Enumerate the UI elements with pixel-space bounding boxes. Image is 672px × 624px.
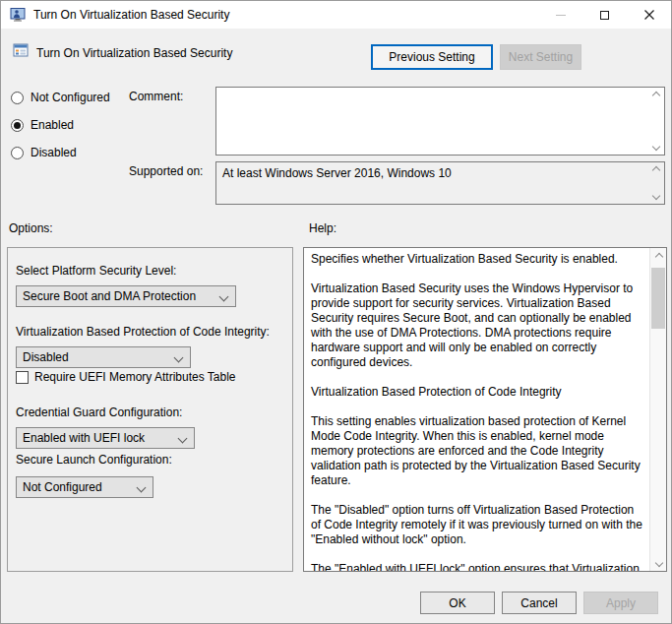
options-label: Options: xyxy=(9,221,53,235)
policy-setting-icon xyxy=(13,42,29,58)
previous-setting-button[interactable]: Previous Setting xyxy=(371,44,493,70)
scroll-down-icon[interactable] xyxy=(652,192,660,200)
platform-security-level-label: Select Platform Security Level: xyxy=(16,264,176,278)
close-button[interactable] xyxy=(627,1,671,29)
help-box: Specifies whether Virtualization Based S… xyxy=(303,247,667,572)
group-policy-setting-dialog: Turn On Virtualization Based Security Tu… xyxy=(0,0,672,624)
maximize-button[interactable] xyxy=(582,1,627,29)
ok-button[interactable]: OK xyxy=(420,592,495,614)
titlebar: Turn On Virtualization Based Security xyxy=(1,1,671,29)
cancel-button[interactable]: Cancel xyxy=(502,592,577,614)
credential-guard-label: Credential Guard Configuration: xyxy=(16,406,182,419)
platform-security-level-dropdown[interactable]: Secure Boot and DMA Protection xyxy=(16,285,236,307)
scroll-down-button[interactable] xyxy=(650,554,667,571)
code-integrity-protection-dropdown[interactable]: Disabled xyxy=(16,346,191,368)
app-icon xyxy=(10,7,26,23)
dropdown-value: Not Configured xyxy=(23,480,102,494)
uefi-memory-attributes-checkbox-row[interactable]: Require UEFI Memory Attributes Table xyxy=(16,370,236,384)
chevron-down-icon xyxy=(137,483,147,493)
scroll-up-icon[interactable] xyxy=(652,92,660,99)
credential-guard-dropdown[interactable]: Enabled with UEFI lock xyxy=(16,427,195,449)
dropdown-value: Secure Boot and DMA Protection xyxy=(23,289,196,303)
scroll-up-icon xyxy=(654,252,662,260)
supported-on-label: Supported on: xyxy=(129,164,203,178)
secure-launch-label: Secure Launch Configuration: xyxy=(16,453,172,467)
scroll-down-icon xyxy=(654,558,662,566)
supported-on-value: At least Windows Server 2016, Windows 10 xyxy=(216,162,664,181)
close-icon xyxy=(644,10,654,20)
radio-circle-selected[interactable] xyxy=(11,119,24,132)
setting-title: Turn On Virtualization Based Security xyxy=(36,46,232,60)
radio-circle[interactable] xyxy=(11,147,24,159)
chevron-down-icon xyxy=(178,434,188,444)
help-text: Specifies whether Virtualization Based S… xyxy=(304,248,649,571)
apply-button[interactable]: Apply xyxy=(583,592,658,614)
supported-on-box: At least Windows Server 2016, Windows 10 xyxy=(215,161,665,205)
radio-disabled[interactable]: Disabled xyxy=(11,145,77,160)
help-scrollbar[interactable] xyxy=(649,248,666,571)
comment-textarea[interactable] xyxy=(215,87,665,156)
maximize-icon xyxy=(600,11,609,20)
help-label: Help: xyxy=(309,221,336,235)
comment-label: Comment: xyxy=(129,90,183,103)
checkbox[interactable] xyxy=(16,371,29,384)
chevron-down-icon xyxy=(219,292,229,302)
minimize-icon xyxy=(556,15,566,16)
chevron-down-icon xyxy=(174,353,184,363)
radio-circle[interactable] xyxy=(11,92,24,104)
radio-label: Enabled xyxy=(31,118,74,132)
scrollbar-thumb[interactable] xyxy=(651,268,665,329)
checkbox-label: Require UEFI Memory Attributes Table xyxy=(34,370,236,384)
radio-enabled[interactable]: Enabled xyxy=(11,117,74,133)
window-title: Turn On Virtualization Based Security xyxy=(33,1,229,29)
radio-not-configured[interactable]: Not Configured xyxy=(11,90,110,105)
scroll-up-button[interactable] xyxy=(650,248,667,265)
minimize-button[interactable] xyxy=(538,1,582,29)
options-group-box: Select Platform Security Level: Secure B… xyxy=(7,247,293,572)
radio-label: Disabled xyxy=(31,146,77,159)
code-integrity-protection-label: Virtualization Based Protection of Code … xyxy=(16,325,270,339)
next-setting-button[interactable]: Next Setting xyxy=(500,44,581,70)
dropdown-value: Disabled xyxy=(23,350,69,364)
secure-launch-dropdown[interactable]: Not Configured xyxy=(16,476,153,498)
radio-label: Not Configured xyxy=(31,91,110,104)
scroll-down-icon[interactable] xyxy=(652,143,660,151)
dropdown-value: Enabled with UEFI lock xyxy=(23,431,145,445)
